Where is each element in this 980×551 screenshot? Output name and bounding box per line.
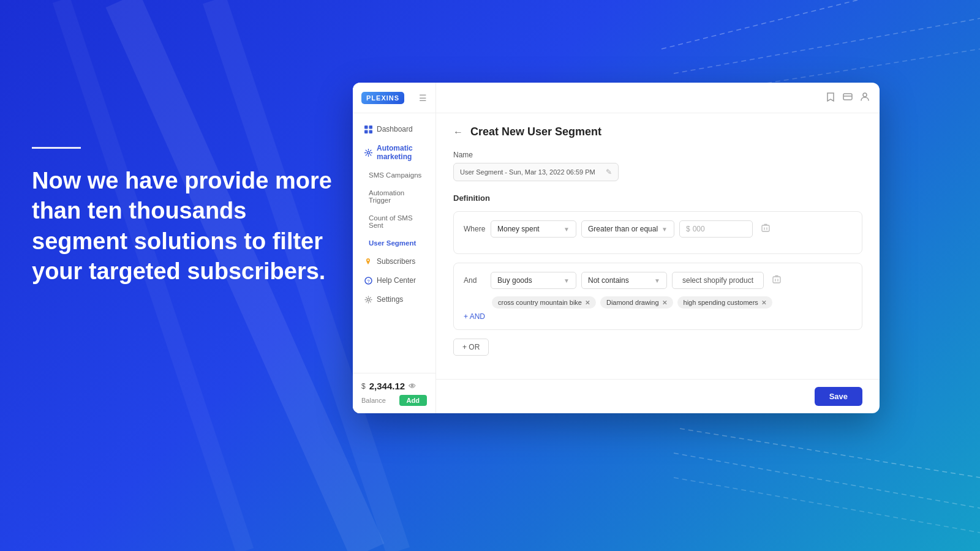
page-title: Creat New User Segment bbox=[470, 126, 601, 138]
sidebar-item-automation-trigger-label: Automation Trigger bbox=[369, 189, 424, 204]
value-input-wrapper: $ bbox=[679, 220, 753, 238]
sidebar-item-settings[interactable]: Settings bbox=[355, 290, 433, 309]
balance-section: $2,344.12 👁 Balance Add bbox=[353, 373, 435, 413]
money-spent-label: Money spent bbox=[497, 225, 540, 233]
svg-line-6 bbox=[680, 429, 980, 478]
chevron-down-icon: ▼ bbox=[654, 277, 660, 284]
add-balance-button[interactable]: Add bbox=[399, 395, 427, 406]
user-icon[interactable] bbox=[860, 92, 870, 104]
balance-display: $2,344.12 👁 bbox=[361, 381, 427, 391]
edit-icon[interactable]: ✎ bbox=[606, 168, 612, 176]
name-label: Name bbox=[453, 151, 862, 159]
money-spent-select[interactable]: Money spent ▼ bbox=[491, 220, 576, 238]
sidebar-item-settings-label: Settings bbox=[377, 295, 403, 304]
grid-icon bbox=[364, 125, 372, 133]
tag-high-spending: high spending customers ✕ bbox=[677, 296, 772, 309]
chevron-down-icon: ▼ bbox=[564, 277, 570, 284]
dollar-sign: $ bbox=[686, 225, 690, 233]
delete-condition-2-button[interactable] bbox=[769, 274, 785, 287]
sidebar-item-dashboard[interactable]: Dashboard bbox=[355, 120, 433, 138]
condition-block-2: And Buy goods ▼ Not contains ▼ select sh… bbox=[453, 263, 862, 330]
sidebar-item-user-segment-label: User Segment bbox=[369, 239, 416, 247]
tag-diamond-drawing-close[interactable]: ✕ bbox=[662, 299, 667, 306]
page-header: ← Creat New User Segment bbox=[453, 126, 862, 138]
definition-label: Definition bbox=[453, 193, 862, 203]
tag-cross-country-label: cross country mountain bike bbox=[498, 299, 582, 306]
sidebar-item-subscribers[interactable]: Subscribers bbox=[355, 252, 433, 271]
name-input[interactable] bbox=[460, 168, 606, 176]
svg-rect-18 bbox=[843, 94, 852, 100]
svg-rect-11 bbox=[364, 130, 368, 133]
svg-point-17 bbox=[367, 298, 369, 301]
svg-rect-9 bbox=[364, 126, 368, 129]
sidebar-item-automatic-marketing[interactable]: Automatic marketing bbox=[355, 139, 433, 166]
headline: Now we have provide more than ten thousa… bbox=[32, 166, 338, 287]
chevron-down-icon: ▼ bbox=[662, 226, 668, 233]
balance-row: Balance Add bbox=[361, 395, 427, 406]
save-button[interactable]: Save bbox=[815, 387, 862, 406]
svg-point-13 bbox=[367, 151, 369, 154]
tag-cross-country-close[interactable]: ✕ bbox=[585, 299, 590, 306]
svg-rect-10 bbox=[369, 126, 372, 129]
currency-symbol: $ bbox=[361, 382, 366, 391]
not-contains-select[interactable]: Not contains ▼ bbox=[581, 272, 667, 289]
value-input[interactable] bbox=[693, 225, 736, 233]
svg-rect-25 bbox=[773, 277, 780, 283]
settings-icon bbox=[364, 295, 372, 304]
add-and-button[interactable]: + AND bbox=[464, 309, 852, 321]
svg-rect-12 bbox=[369, 130, 372, 133]
condition-row-1: Where Money spent ▼ Greater than or equa… bbox=[464, 220, 852, 238]
where-label: Where bbox=[464, 225, 486, 233]
svg-rect-21 bbox=[762, 225, 769, 231]
operator-label: Greater than or equal bbox=[588, 225, 658, 233]
divider bbox=[32, 147, 81, 149]
sidebar-header: PLEXINS ☰ bbox=[353, 83, 435, 113]
operator-select[interactable]: Greater than or equal ▼ bbox=[581, 220, 674, 238]
sidebar-item-count-sms[interactable]: Count of SMS Sent bbox=[355, 209, 433, 234]
balance-value: 2,344.12 bbox=[369, 381, 405, 391]
card-icon[interactable] bbox=[843, 92, 853, 104]
sidebar-item-sms-campaigns[interactable]: SMS Campaigns bbox=[355, 167, 433, 184]
pin-icon bbox=[364, 257, 372, 266]
menu-icon[interactable]: ☰ bbox=[419, 93, 427, 103]
sidebar-item-help-center[interactable]: ? Help Center bbox=[355, 271, 433, 290]
tag-high-spending-label: high spending customers bbox=[684, 299, 758, 306]
tag-diamond-drawing-label: Diamond drawing bbox=[606, 299, 659, 306]
buy-goods-label: Buy goods bbox=[497, 276, 532, 285]
svg-line-4 bbox=[674, 18, 980, 73]
sidebar-item-automation-trigger[interactable]: Automation Trigger bbox=[355, 184, 433, 209]
condition-row-2: And Buy goods ▼ Not contains ▼ select sh… bbox=[464, 272, 852, 289]
gear-icon bbox=[364, 148, 372, 157]
sidebar-nav: Dashboard Automatic marketing SMS Campai… bbox=[353, 113, 435, 373]
logo: PLEXINS bbox=[361, 92, 404, 104]
svg-point-20 bbox=[863, 93, 867, 97]
and-label: And bbox=[464, 276, 486, 285]
svg-text:?: ? bbox=[367, 279, 370, 284]
top-bar bbox=[436, 83, 880, 113]
sidebar-item-help-center-label: Help Center bbox=[377, 276, 416, 285]
sidebar-item-user-segment[interactable]: User Segment bbox=[355, 234, 433, 252]
left-panel: Now we have provide more than ten thousa… bbox=[32, 147, 338, 287]
eye-icon[interactable]: 👁 bbox=[409, 382, 416, 391]
bookmark-icon[interactable] bbox=[826, 92, 835, 104]
main-content: ← Creat New User Segment Name ✎ Definiti… bbox=[436, 83, 880, 413]
tag-cross-country: cross country mountain bike ✕ bbox=[492, 296, 596, 309]
balance-label: Balance bbox=[361, 397, 386, 404]
name-input-wrapper: ✎ bbox=[453, 163, 619, 181]
back-button[interactable]: ← bbox=[453, 127, 463, 138]
sidebar: PLEXINS ☰ Dashboard bbox=[353, 83, 436, 413]
sidebar-item-subscribers-label: Subscribers bbox=[377, 257, 415, 266]
select-product-button[interactable]: select shopify product bbox=[672, 272, 764, 289]
tags-row: cross country mountain bike ✕ Diamond dr… bbox=[464, 296, 852, 309]
content-area: ← Creat New User Segment Name ✎ Definiti… bbox=[436, 113, 880, 379]
app-window: PLEXINS ☰ Dashboard bbox=[353, 83, 880, 413]
sidebar-item-sms-campaigns-label: SMS Campaigns bbox=[369, 171, 421, 179]
sidebar-item-dashboard-label: Dashboard bbox=[377, 125, 413, 133]
not-contains-label: Not contains bbox=[588, 276, 629, 285]
buy-goods-select[interactable]: Buy goods ▼ bbox=[491, 272, 576, 289]
delete-condition-1-button[interactable] bbox=[758, 222, 774, 236]
tag-high-spending-close[interactable]: ✕ bbox=[761, 299, 766, 306]
tag-diamond-drawing: Diamond drawing ✕ bbox=[600, 296, 673, 309]
or-button[interactable]: + OR bbox=[453, 339, 489, 356]
sidebar-item-count-sms-label: Count of SMS Sent bbox=[369, 214, 424, 229]
